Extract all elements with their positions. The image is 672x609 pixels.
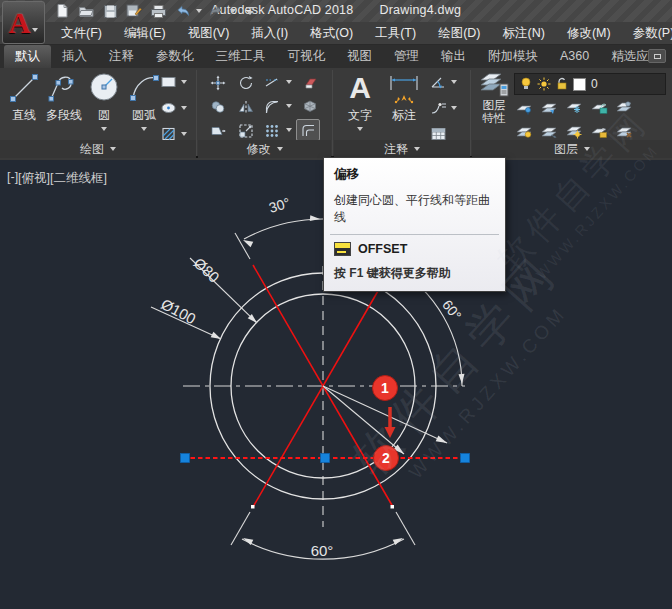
array-flyout-icon[interactable]: [286, 128, 292, 132]
text-flyout-icon[interactable]: [357, 127, 363, 131]
stretch-button[interactable]: [206, 120, 230, 142]
ribbon-minimize-button[interactable]: [648, 49, 666, 63]
tab-annotate[interactable]: 注释: [98, 45, 145, 68]
grip-right[interactable]: [461, 454, 470, 463]
dim-text-60-right[interactable]: 60°: [439, 297, 465, 324]
new-file-button[interactable]: [52, 2, 72, 20]
layer-dropdown[interactable]: 0: [514, 73, 666, 95]
rectangle-tool-button[interactable]: [160, 74, 187, 90]
polyline-tool-label: 多段线: [46, 107, 82, 124]
redo-dropdown[interactable]: [230, 9, 236, 13]
viewport-view-control[interactable]: [俯视]: [18, 170, 50, 187]
menu-draw[interactable]: 绘图(D): [427, 22, 491, 44]
undo-dropdown[interactable]: [196, 9, 202, 13]
layer-unlock-tool-icon[interactable]: [591, 124, 609, 140]
menu-tools[interactable]: 工具(T): [364, 22, 427, 44]
application-menu-button[interactable]: A: [2, 1, 45, 44]
plot-button[interactable]: [148, 2, 168, 20]
endpoint-dot: [391, 505, 395, 509]
layer-freeze-icon[interactable]: [566, 100, 584, 116]
circle-tool-button[interactable]: 圆: [82, 71, 126, 131]
ellipse-tool-button[interactable]: [160, 100, 187, 116]
text-tool-button[interactable]: A 文字: [338, 71, 382, 131]
tab-a360[interactable]: A360: [549, 45, 600, 68]
polyline-tool-button[interactable]: 多段线: [42, 71, 86, 124]
trim-button[interactable]: [260, 72, 284, 94]
menu-format[interactable]: 格式(O): [299, 22, 364, 44]
redo-button[interactable]: [206, 2, 226, 20]
rotate-button[interactable]: [234, 72, 258, 94]
tab-insert[interactable]: 插入: [51, 45, 98, 68]
tab-output[interactable]: 输出: [430, 45, 477, 68]
dim-arc-top-30[interactable]: [244, 219, 323, 239]
leader-button[interactable]: [430, 100, 457, 116]
ellipse-flyout-icon[interactable]: [181, 106, 187, 110]
arc-flyout-icon[interactable]: [141, 127, 147, 131]
menu-insert[interactable]: 插入(I): [240, 22, 299, 44]
layer-color-swatch[interactable]: [573, 78, 586, 91]
fillet-button[interactable]: [260, 96, 284, 118]
dimension-tool-button[interactable]: 标注: [382, 71, 426, 124]
layer-isolate-icon[interactable]: [516, 100, 534, 116]
tab-home[interactable]: 默认: [4, 45, 51, 68]
layer-thaw-icon[interactable]: [566, 124, 584, 140]
panel-label-modify[interactable]: 修改: [198, 140, 331, 158]
open-file-button[interactable]: [76, 2, 96, 20]
scale-button[interactable]: [234, 120, 258, 142]
grip-left[interactable]: [181, 454, 190, 463]
tab-manage[interactable]: 管理: [383, 45, 430, 68]
dia-text-80[interactable]: Ø80: [190, 254, 222, 286]
layer-delete-icon[interactable]: [616, 124, 634, 140]
dim-text-60-bottom[interactable]: 60°: [311, 542, 334, 559]
dia-text-100[interactable]: Ø100: [158, 295, 198, 327]
layer-match-icon[interactable]: [616, 100, 634, 116]
viewport-visual-style-control[interactable]: [二维线框]: [50, 170, 107, 187]
layer-lock-icon[interactable]: [591, 100, 609, 116]
panel-label-draw[interactable]: 绘图: [0, 140, 196, 158]
save-as-button[interactable]: [124, 2, 144, 20]
offset-button[interactable]: [296, 119, 320, 141]
angular-flyout-icon[interactable]: [451, 80, 457, 84]
tab-view[interactable]: 视图: [336, 45, 383, 68]
grip-middle[interactable]: [321, 454, 330, 463]
fillet-flyout-icon[interactable]: [286, 104, 292, 108]
erase-button[interactable]: [298, 72, 322, 94]
copy-button[interactable]: [206, 96, 230, 118]
panel-label-layers[interactable]: 图层: [472, 140, 672, 158]
hatch-flyout-icon[interactable]: [181, 132, 187, 136]
layer-off-icon[interactable]: [516, 124, 534, 140]
angular-dim-button[interactable]: [430, 74, 457, 90]
save-button[interactable]: [100, 2, 120, 20]
dim-text-30[interactable]: 30°: [267, 194, 292, 215]
explode-button[interactable]: [298, 96, 322, 118]
move-button[interactable]: [206, 72, 230, 94]
undo-button[interactable]: [172, 2, 192, 20]
viewport-menu-control[interactable]: [-]: [7, 170, 18, 187]
rectangle-flyout-icon[interactable]: [181, 80, 187, 84]
layer-properties-button[interactable]: 图层 特性: [474, 71, 514, 125]
save-as-icon: [126, 3, 142, 19]
layer-make-current-icon[interactable]: [541, 100, 559, 116]
tab-parametric[interactable]: 参数化: [145, 45, 205, 68]
tab-visualize[interactable]: 可视化: [277, 45, 337, 68]
tab-3dtools[interactable]: 三维工具: [205, 45, 277, 68]
ellipse-icon: [160, 100, 178, 116]
trim-flyout-icon[interactable]: [286, 80, 292, 84]
menu-edit[interactable]: 编辑(E): [113, 22, 177, 44]
menu-modify[interactable]: 修改(M): [556, 22, 622, 44]
mirror-button[interactable]: [234, 96, 258, 118]
menu-view[interactable]: 视图(V): [177, 22, 241, 44]
circle-flyout-icon[interactable]: [101, 127, 107, 131]
tab-addins[interactable]: 附加模块: [477, 45, 549, 68]
layer-properties-icon: [478, 71, 510, 99]
line-tool-button[interactable]: 直线: [2, 71, 46, 124]
autocad-window: Autodesk AutoCAD 2018Drawing4.dwg: [0, 0, 672, 609]
menu-dimension[interactable]: 标注(N): [492, 22, 556, 44]
menu-file[interactable]: 文件(F): [50, 22, 113, 44]
leader-flyout-icon[interactable]: [451, 106, 457, 110]
qat-customize-button[interactable]: [240, 2, 260, 20]
layer-move-icon[interactable]: [541, 124, 559, 140]
panel-label-annotate[interactable]: 注释: [334, 140, 470, 158]
array-button[interactable]: [260, 120, 284, 142]
menu-parametric[interactable]: 参数(P): [622, 22, 672, 44]
